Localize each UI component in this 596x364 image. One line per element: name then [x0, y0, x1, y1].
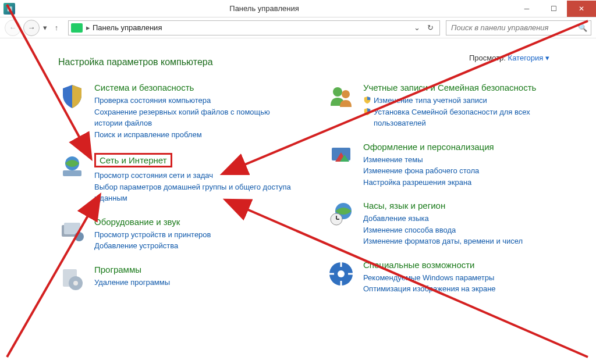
link-date-formats[interactable]: Изменение форматов даты, времени и чисел — [363, 235, 561, 247]
category-programs-title[interactable]: Программы — [94, 265, 141, 274]
link-backup[interactable]: Сохранение резервных копий файлов с помо… — [94, 106, 292, 129]
right-column: Учетные записи и Семейная безопасность И… — [327, 83, 561, 308]
minimize-button[interactable]: ─ — [513, 1, 540, 17]
uac-shield-icon — [363, 96, 371, 104]
category-users: Учетные записи и Семейная безопасность И… — [327, 83, 561, 129]
window-title: Панель управления — [15, 4, 513, 13]
category-system: Система и безопасность Проверка состояни… — [58, 83, 292, 140]
search-box[interactable]: 🔍 — [446, 20, 591, 35]
category-hardware-title[interactable]: Оборудование и звук — [94, 217, 180, 227]
user-accounts-icon — [327, 83, 355, 110]
svg-point-9 — [342, 90, 350, 98]
category-accessibility: Специальные возможности Рекомендуемые Wi… — [327, 260, 561, 295]
back-button[interactable]: ← — [5, 20, 21, 36]
control-panel-icon — [71, 23, 83, 33]
history-dropdown-icon[interactable]: ▾ — [42, 23, 48, 32]
view-label: Просмотр: — [469, 53, 506, 62]
link-check-status[interactable]: Проверка состояния компьютера — [94, 95, 292, 106]
forward-button[interactable]: → — [23, 20, 40, 36]
link-family-safety[interactable]: Установка Семейной безопасности для всех… — [374, 106, 561, 129]
category-appearance-title[interactable]: Оформление и персонализация — [363, 142, 494, 152]
link-recommended-settings[interactable]: Рекомендуемые Windows параметры — [363, 272, 561, 284]
hardware-sound-icon — [58, 217, 86, 245]
svg-rect-1 — [63, 170, 81, 176]
svg-point-7 — [73, 281, 78, 286]
accessibility-icon — [327, 260, 355, 288]
link-resolution[interactable]: Настройка разрешения экрана — [363, 177, 561, 188]
content-area: Настройка параметров компьютера Просмотр… — [0, 38, 596, 319]
category-programs: Программы Удаление программы — [58, 265, 292, 292]
toolbar: ← → ▾ ↑ ▸ Панель управления ⌄ ↻ 🔍 — [0, 17, 596, 38]
category-accessibility-title[interactable]: Специальные возможности — [363, 260, 475, 270]
clock-language-icon — [327, 201, 355, 229]
address-bar[interactable]: ▸ Панель управления ⌄ ↻ — [68, 20, 440, 35]
breadcrumb-chevron-icon: ▸ — [86, 23, 90, 32]
link-troubleshoot[interactable]: Поиск и исправление проблем — [94, 129, 292, 141]
search-input[interactable] — [450, 23, 578, 33]
up-button[interactable]: ↑ — [51, 23, 62, 32]
category-users-title[interactable]: Учетные записи и Семейная безопасность — [363, 83, 536, 92]
category-system-title[interactable]: Система и безопасность — [94, 83, 194, 92]
link-add-language[interactable]: Добавление языка — [363, 213, 561, 224]
link-network-status[interactable]: Просмотр состояния сети и задач — [94, 170, 292, 181]
link-optimize-display[interactable]: Оптимизация изображения на экране — [363, 283, 561, 295]
svg-point-4 — [74, 232, 84, 241]
appearance-icon — [327, 142, 355, 170]
category-network-title[interactable]: Сеть и Интернет — [94, 153, 172, 167]
view-value[interactable]: Категория ▾ — [508, 53, 549, 62]
view-selector: Просмотр: Категория ▾ — [469, 53, 549, 62]
link-change-wallpaper[interactable]: Изменение фона рабочего стола — [363, 165, 561, 177]
category-hardware: Оборудование и звук Просмотр устройств и… — [58, 217, 292, 252]
link-input-method[interactable]: Изменение способа ввода — [363, 224, 561, 236]
titlebar: ▦ Панель управления ─ ☐ ✕ — [0, 0, 596, 17]
category-network: Сеть и Интернет Просмотр состояния сети … — [58, 153, 292, 204]
category-clock: Часы, язык и регион Добавление языка Изм… — [327, 201, 561, 247]
link-uninstall[interactable]: Удаление программы — [94, 277, 292, 288]
address-dropdown-icon[interactable]: ⌄ — [410, 23, 424, 32]
category-appearance: Оформление и персонализация Изменение те… — [327, 142, 561, 188]
left-column: Система и безопасность Проверка состояни… — [58, 83, 292, 308]
category-clock-title[interactable]: Часы, язык и регион — [363, 201, 445, 210]
system-security-icon — [58, 83, 86, 110]
network-internet-icon — [58, 153, 86, 181]
svg-point-16 — [338, 270, 345, 277]
refresh-button[interactable]: ↻ — [424, 23, 437, 32]
search-icon[interactable]: 🔍 — [578, 23, 587, 32]
link-change-account-type[interactable]: Изменение типа учетной записи — [374, 95, 487, 106]
link-homegroup[interactable]: Выбор параметров домашней группы и общег… — [94, 181, 292, 204]
system-icon: ▦ — [3, 3, 15, 15]
link-change-theme[interactable]: Изменение темы — [363, 154, 561, 166]
uac-shield-icon — [363, 108, 371, 116]
link-add-device[interactable]: Добавление устройства — [94, 240, 292, 252]
close-button[interactable]: ✕ — [567, 1, 596, 17]
programs-icon — [58, 265, 86, 292]
link-devices-printers[interactable]: Просмотр устройств и принтеров — [94, 229, 292, 241]
svg-point-8 — [333, 87, 342, 97]
breadcrumb-text: Панель управления — [93, 23, 410, 32]
maximize-button[interactable]: ☐ — [540, 1, 567, 17]
